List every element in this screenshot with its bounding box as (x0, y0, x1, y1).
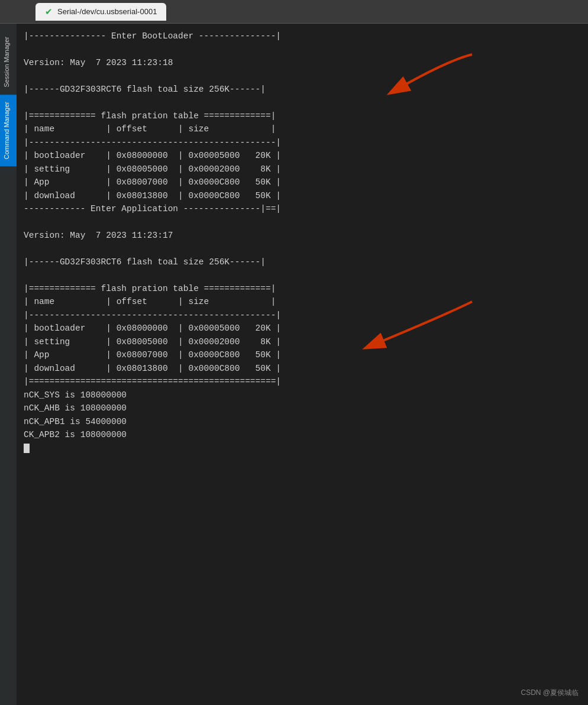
sidebar-item-command-manager[interactable]: Command Manager (0, 95, 17, 166)
check-icon: ✔ (45, 7, 53, 17)
watermark: CSDN @夏侯城临 (521, 688, 579, 698)
terminal-cursor (24, 444, 30, 453)
tab-label: Serial-/dev/cu.usbserial-0001 (57, 7, 157, 16)
serial-tab[interactable]: ✔ Serial-/dev/cu.usbserial-0001 (35, 3, 166, 21)
terminal-area[interactable]: |--------------- Enter BootLoader ------… (17, 24, 588, 705)
title-bar: ✔ Serial-/dev/cu.usbserial-0001 (0, 0, 588, 24)
sidebar: Session Manager Command Manager (0, 24, 17, 705)
sidebar-item-session-manager[interactable]: Session Manager (0, 30, 17, 95)
terminal-output: |--------------- Enter BootLoader ------… (24, 30, 581, 455)
